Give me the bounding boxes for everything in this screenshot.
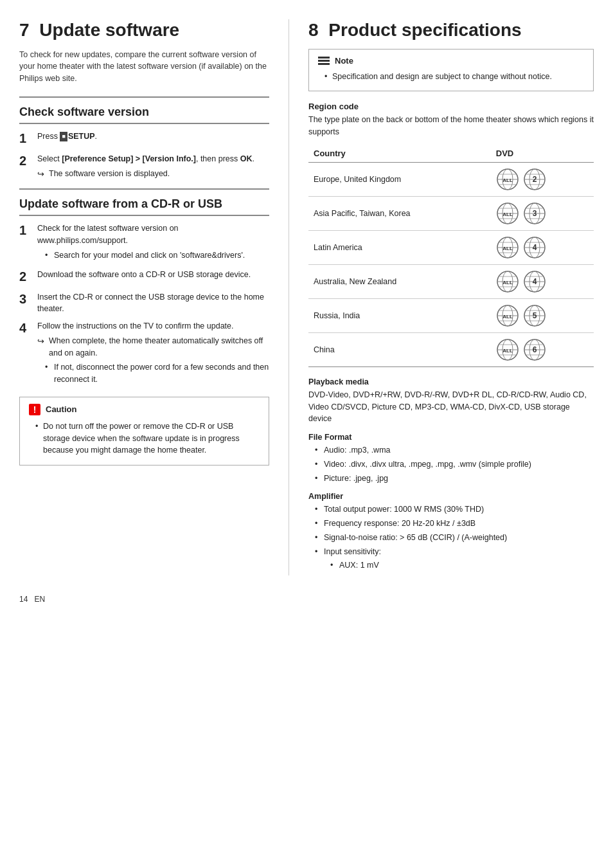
check-steps-list: 1 Press ■SETUP. 2 Select [Preference Set… — [19, 131, 269, 180]
step4-bullets: If not, disconnect the power cord for a … — [37, 361, 269, 386]
region-desc: The type plate on the back or bottom of … — [308, 114, 594, 138]
svg-text:2: 2 — [532, 175, 537, 184]
setup-icon: ■ — [60, 132, 67, 142]
col-country: Country — [308, 145, 491, 163]
country-cell: Asia Pacific, Taiwan, Korea — [308, 196, 491, 230]
table-row: Latin America ALL 4 — [308, 230, 594, 264]
dvd-icons-cell: ALL 2 — [491, 162, 594, 196]
section7-title: 7 Update software — [19, 19, 269, 41]
amplifier-list: Total output power: 1000 W RMS (30% THD)… — [308, 503, 594, 572]
note-lines-icon — [318, 57, 330, 65]
all-globe-icon: ALL — [496, 338, 519, 361]
check-step-1: 1 Press ■SETUP. — [19, 131, 269, 148]
dvd-icons: ALL 5 — [496, 304, 589, 327]
intro-text: To check for new updates, compare the cu… — [19, 49, 269, 85]
dvd-icons: ALL 2 — [496, 168, 589, 191]
amplifier-sub-list: AUX: 1 mV — [315, 559, 594, 572]
list-item: Audio: .mp3, .wma — [315, 444, 594, 457]
all-globe-icon: ALL — [496, 270, 519, 293]
table-row: Russia, India ALL 5 — [308, 298, 594, 332]
country-cell: Russia, India — [308, 298, 491, 332]
all-globe-icon: ALL — [496, 236, 519, 259]
region-number-icon: 2 — [523, 168, 546, 191]
fileformat-label: File Format — [308, 433, 594, 442]
note-box: Note Specification and design are subjec… — [308, 49, 594, 92]
svg-text:4: 4 — [532, 277, 537, 286]
list-item: Total output power: 1000 W RMS (30% THD) — [315, 503, 594, 516]
table-row: Asia Pacific, Taiwan, Korea ALL 3 — [308, 196, 594, 230]
dvd-icons-cell: ALL 5 — [491, 298, 594, 332]
svg-text:ALL: ALL — [502, 314, 513, 320]
dvd-icons: ALL 3 — [496, 202, 589, 225]
left-column: 7 Update software To check for new updat… — [19, 19, 289, 575]
caution-icon: ! — [29, 404, 40, 415]
dvd-icons-cell: ALL 4 — [491, 230, 594, 264]
svg-text:ALL: ALL — [502, 280, 513, 285]
step1-bullets: Search for your model and click on 'soft… — [37, 249, 269, 262]
country-cell: China — [308, 332, 491, 366]
svg-text:ALL: ALL — [502, 348, 513, 354]
list-item: AUX: 1 mV — [330, 559, 594, 572]
divider — [19, 96, 269, 98]
divider2 — [19, 188, 269, 190]
region-number-icon: 4 — [523, 236, 546, 259]
all-globe-icon: ALL — [496, 304, 519, 327]
dvd-icons-cell: ALL 4 — [491, 264, 594, 298]
check-step-2: 2 Select [Preference Setup] > [Version I… — [19, 153, 269, 180]
country-cell: Latin America — [308, 230, 491, 264]
fileformat-list: Audio: .mp3, .wmaVideo: .divx, .divx ult… — [308, 444, 594, 484]
table-row: China ALL 6 — [308, 332, 594, 366]
list-item: Input sensitivity: — [315, 546, 594, 558]
region-table: Country DVD Europe, United Kingdom ALL 2… — [308, 145, 594, 367]
update-step-3: 3 Insert the CD-R or connect the USB sto… — [19, 291, 269, 316]
amplifier-label: Amplifier — [308, 492, 594, 501]
page-footer: 14 EN — [19, 595, 594, 604]
region-number-icon: 4 — [523, 270, 546, 293]
dvd-icons: ALL 6 — [496, 338, 589, 361]
list-item: Video: .divx, .divx ultra, .mpeg, .mpg, … — [315, 458, 594, 471]
table-row: Australia, New Zealand ALL 4 — [308, 264, 594, 298]
dvd-icons: ALL 4 — [496, 270, 589, 293]
svg-text:4: 4 — [532, 243, 537, 252]
playback-text: DVD-Video, DVD+R/+RW, DVD-R/-RW, DVD+R D… — [308, 389, 594, 425]
step4-bullet-1: If not, disconnect the power cord for a … — [45, 361, 269, 386]
caution-box: ! Caution Do not turn off the power or r… — [19, 397, 269, 466]
update-steps-list: 1 Check for the latest software version … — [19, 222, 269, 388]
svg-text:ALL: ALL — [502, 177, 513, 183]
list-item: Picture: .jpeg, .jpg — [315, 473, 594, 485]
region-number-icon: 5 — [523, 304, 546, 327]
update-step-4: 4 Follow the instructions on the TV to c… — [19, 320, 269, 388]
dvd-icons-cell: ALL 3 — [491, 196, 594, 230]
update-heading: Update software from a CD-R or USB — [19, 197, 269, 216]
all-globe-icon: ALL — [496, 168, 519, 191]
list-item: Signal-to-noise ratio: > 65 dB (CCIR) / … — [315, 532, 594, 544]
list-item: Frequency response: 20 Hz-20 kHz / ±3dB — [315, 518, 594, 530]
playback-label: Playback media — [308, 377, 594, 386]
region-number-icon: 6 — [523, 338, 546, 361]
update-step-2: 2 Download the software onto a CD-R or U… — [19, 269, 269, 286]
dvd-icons: ALL 4 — [496, 236, 589, 259]
svg-text:5: 5 — [532, 311, 537, 320]
svg-text:6: 6 — [532, 345, 537, 354]
caution-header: ! Caution — [29, 404, 260, 415]
svg-text:ALL: ALL — [502, 212, 513, 217]
svg-text:ALL: ALL — [502, 246, 513, 251]
country-cell: Australia, New Zealand — [308, 264, 491, 298]
right-column: 8 Product specifications Note Specificat… — [289, 19, 594, 575]
caution-text: Do not turn off the power or remove the … — [35, 420, 260, 457]
check-heading: Check software version — [19, 105, 269, 124]
table-row: Europe, United Kingdom ALL 2 — [308, 162, 594, 196]
svg-text:3: 3 — [532, 209, 537, 218]
note-text: Specification and design are subject to … — [324, 71, 584, 83]
section8-title: 8 Product specifications — [308, 19, 594, 41]
caution-content: Do not turn off the power or remove the … — [29, 420, 260, 457]
region-label: Region code — [308, 102, 594, 111]
note-header: Note — [318, 56, 584, 66]
dvd-icons-cell: ALL 6 — [491, 332, 594, 366]
step1-bullet-1: Search for your model and click on 'soft… — [45, 249, 269, 262]
country-cell: Europe, United Kingdom — [308, 162, 491, 196]
update-step-1: 1 Check for the latest software version … — [19, 222, 269, 263]
all-globe-icon: ALL — [496, 202, 519, 225]
note-content: Specification and design are subject to … — [318, 71, 584, 83]
check-note: The software version is displayed. — [37, 168, 269, 180]
